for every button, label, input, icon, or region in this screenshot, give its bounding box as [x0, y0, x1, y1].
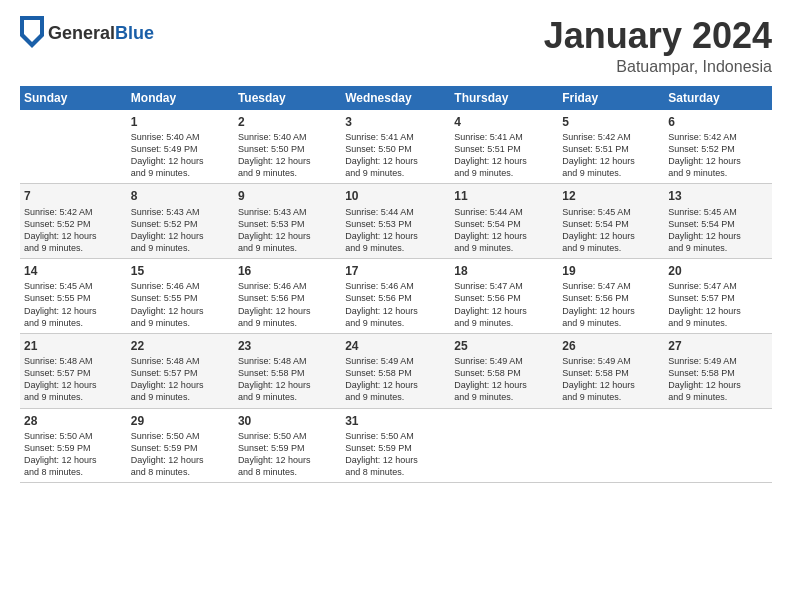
- day-number: 9: [238, 188, 337, 204]
- day-number: 28: [24, 413, 123, 429]
- calendar-cell: 18Sunrise: 5:47 AMSunset: 5:56 PMDayligh…: [450, 259, 558, 334]
- logo-blue-text: Blue: [115, 23, 154, 43]
- day-info: Sunrise: 5:50 AMSunset: 5:59 PMDaylight:…: [345, 430, 446, 479]
- header: GeneralBlue January 2024 Batuampar, Indo…: [20, 16, 772, 76]
- day-number: 22: [131, 338, 230, 354]
- weekday-header: Monday: [127, 86, 234, 110]
- day-number: 31: [345, 413, 446, 429]
- calendar-cell: 15Sunrise: 5:46 AMSunset: 5:55 PMDayligh…: [127, 259, 234, 334]
- logo-icon: [20, 16, 44, 48]
- calendar-cell: 8Sunrise: 5:43 AMSunset: 5:52 PMDaylight…: [127, 184, 234, 259]
- calendar-cell: 4Sunrise: 5:41 AMSunset: 5:51 PMDaylight…: [450, 110, 558, 184]
- calendar-header-row: SundayMondayTuesdayWednesdayThursdayFrid…: [20, 86, 772, 110]
- day-number: 23: [238, 338, 337, 354]
- day-number: 12: [562, 188, 660, 204]
- day-info: Sunrise: 5:49 AMSunset: 5:58 PMDaylight:…: [562, 355, 660, 404]
- logo: GeneralBlue: [20, 16, 154, 52]
- day-number: 10: [345, 188, 446, 204]
- day-info: Sunrise: 5:44 AMSunset: 5:53 PMDaylight:…: [345, 206, 446, 255]
- day-number: 19: [562, 263, 660, 279]
- calendar-week-row: 1Sunrise: 5:40 AMSunset: 5:49 PMDaylight…: [20, 110, 772, 184]
- day-info: Sunrise: 5:42 AMSunset: 5:51 PMDaylight:…: [562, 131, 660, 180]
- calendar-week-row: 14Sunrise: 5:45 AMSunset: 5:55 PMDayligh…: [20, 259, 772, 334]
- day-number: 6: [668, 114, 768, 130]
- day-number: 11: [454, 188, 554, 204]
- calendar-cell: 11Sunrise: 5:44 AMSunset: 5:54 PMDayligh…: [450, 184, 558, 259]
- calendar-cell: 19Sunrise: 5:47 AMSunset: 5:56 PMDayligh…: [558, 259, 664, 334]
- day-info: Sunrise: 5:45 AMSunset: 5:54 PMDaylight:…: [562, 206, 660, 255]
- day-number: 3: [345, 114, 446, 130]
- calendar-cell: 1Sunrise: 5:40 AMSunset: 5:49 PMDaylight…: [127, 110, 234, 184]
- calendar-cell: 13Sunrise: 5:45 AMSunset: 5:54 PMDayligh…: [664, 184, 772, 259]
- day-info: Sunrise: 5:40 AMSunset: 5:50 PMDaylight:…: [238, 131, 337, 180]
- calendar-table: SundayMondayTuesdayWednesdayThursdayFrid…: [20, 86, 772, 484]
- day-info: Sunrise: 5:47 AMSunset: 5:57 PMDaylight:…: [668, 280, 768, 329]
- weekday-header: Sunday: [20, 86, 127, 110]
- calendar-cell: 28Sunrise: 5:50 AMSunset: 5:59 PMDayligh…: [20, 408, 127, 483]
- day-number: 25: [454, 338, 554, 354]
- calendar-cell: 17Sunrise: 5:46 AMSunset: 5:56 PMDayligh…: [341, 259, 450, 334]
- logo-general-text: General: [48, 23, 115, 43]
- day-info: Sunrise: 5:41 AMSunset: 5:50 PMDaylight:…: [345, 131, 446, 180]
- day-info: Sunrise: 5:46 AMSunset: 5:55 PMDaylight:…: [131, 280, 230, 329]
- calendar-cell: [664, 408, 772, 483]
- day-number: 16: [238, 263, 337, 279]
- day-number: 8: [131, 188, 230, 204]
- weekday-header: Friday: [558, 86, 664, 110]
- calendar-cell: 29Sunrise: 5:50 AMSunset: 5:59 PMDayligh…: [127, 408, 234, 483]
- title-block: January 2024 Batuampar, Indonesia: [544, 16, 772, 76]
- calendar-cell: 21Sunrise: 5:48 AMSunset: 5:57 PMDayligh…: [20, 333, 127, 408]
- day-info: Sunrise: 5:48 AMSunset: 5:57 PMDaylight:…: [131, 355, 230, 404]
- weekday-header: Wednesday: [341, 86, 450, 110]
- calendar-cell: 16Sunrise: 5:46 AMSunset: 5:56 PMDayligh…: [234, 259, 341, 334]
- day-info: Sunrise: 5:47 AMSunset: 5:56 PMDaylight:…: [562, 280, 660, 329]
- calendar-cell: 6Sunrise: 5:42 AMSunset: 5:52 PMDaylight…: [664, 110, 772, 184]
- calendar-cell: 20Sunrise: 5:47 AMSunset: 5:57 PMDayligh…: [664, 259, 772, 334]
- calendar-cell: [450, 408, 558, 483]
- calendar-cell: 26Sunrise: 5:49 AMSunset: 5:58 PMDayligh…: [558, 333, 664, 408]
- day-info: Sunrise: 5:42 AMSunset: 5:52 PMDaylight:…: [668, 131, 768, 180]
- day-info: Sunrise: 5:49 AMSunset: 5:58 PMDaylight:…: [345, 355, 446, 404]
- day-number: 21: [24, 338, 123, 354]
- day-info: Sunrise: 5:43 AMSunset: 5:52 PMDaylight:…: [131, 206, 230, 255]
- calendar-cell: [20, 110, 127, 184]
- weekday-header: Tuesday: [234, 86, 341, 110]
- calendar-cell: 22Sunrise: 5:48 AMSunset: 5:57 PMDayligh…: [127, 333, 234, 408]
- day-number: 17: [345, 263, 446, 279]
- calendar-cell: 14Sunrise: 5:45 AMSunset: 5:55 PMDayligh…: [20, 259, 127, 334]
- day-number: 26: [562, 338, 660, 354]
- day-info: Sunrise: 5:49 AMSunset: 5:58 PMDaylight:…: [454, 355, 554, 404]
- day-number: 14: [24, 263, 123, 279]
- calendar-cell: 10Sunrise: 5:44 AMSunset: 5:53 PMDayligh…: [341, 184, 450, 259]
- day-number: 7: [24, 188, 123, 204]
- day-info: Sunrise: 5:46 AMSunset: 5:56 PMDaylight:…: [345, 280, 446, 329]
- day-info: Sunrise: 5:49 AMSunset: 5:58 PMDaylight:…: [668, 355, 768, 404]
- day-info: Sunrise: 5:43 AMSunset: 5:53 PMDaylight:…: [238, 206, 337, 255]
- calendar-cell: 5Sunrise: 5:42 AMSunset: 5:51 PMDaylight…: [558, 110, 664, 184]
- calendar-cell: [558, 408, 664, 483]
- calendar-cell: 7Sunrise: 5:42 AMSunset: 5:52 PMDaylight…: [20, 184, 127, 259]
- day-info: Sunrise: 5:42 AMSunset: 5:52 PMDaylight:…: [24, 206, 123, 255]
- day-number: 18: [454, 263, 554, 279]
- day-number: 13: [668, 188, 768, 204]
- calendar-cell: 30Sunrise: 5:50 AMSunset: 5:59 PMDayligh…: [234, 408, 341, 483]
- day-info: Sunrise: 5:45 AMSunset: 5:54 PMDaylight:…: [668, 206, 768, 255]
- weekday-header: Thursday: [450, 86, 558, 110]
- day-number: 2: [238, 114, 337, 130]
- day-number: 5: [562, 114, 660, 130]
- day-number: 30: [238, 413, 337, 429]
- calendar-page: GeneralBlue January 2024 Batuampar, Indo…: [0, 0, 792, 612]
- calendar-cell: 24Sunrise: 5:49 AMSunset: 5:58 PMDayligh…: [341, 333, 450, 408]
- calendar-cell: 27Sunrise: 5:49 AMSunset: 5:58 PMDayligh…: [664, 333, 772, 408]
- calendar-cell: 2Sunrise: 5:40 AMSunset: 5:50 PMDaylight…: [234, 110, 341, 184]
- day-info: Sunrise: 5:45 AMSunset: 5:55 PMDaylight:…: [24, 280, 123, 329]
- day-info: Sunrise: 5:41 AMSunset: 5:51 PMDaylight:…: [454, 131, 554, 180]
- day-info: Sunrise: 5:48 AMSunset: 5:58 PMDaylight:…: [238, 355, 337, 404]
- calendar-cell: 12Sunrise: 5:45 AMSunset: 5:54 PMDayligh…: [558, 184, 664, 259]
- day-info: Sunrise: 5:48 AMSunset: 5:57 PMDaylight:…: [24, 355, 123, 404]
- calendar-cell: 3Sunrise: 5:41 AMSunset: 5:50 PMDaylight…: [341, 110, 450, 184]
- weekday-header: Saturday: [664, 86, 772, 110]
- day-info: Sunrise: 5:50 AMSunset: 5:59 PMDaylight:…: [238, 430, 337, 479]
- calendar-subtitle: Batuampar, Indonesia: [544, 58, 772, 76]
- calendar-cell: 23Sunrise: 5:48 AMSunset: 5:58 PMDayligh…: [234, 333, 341, 408]
